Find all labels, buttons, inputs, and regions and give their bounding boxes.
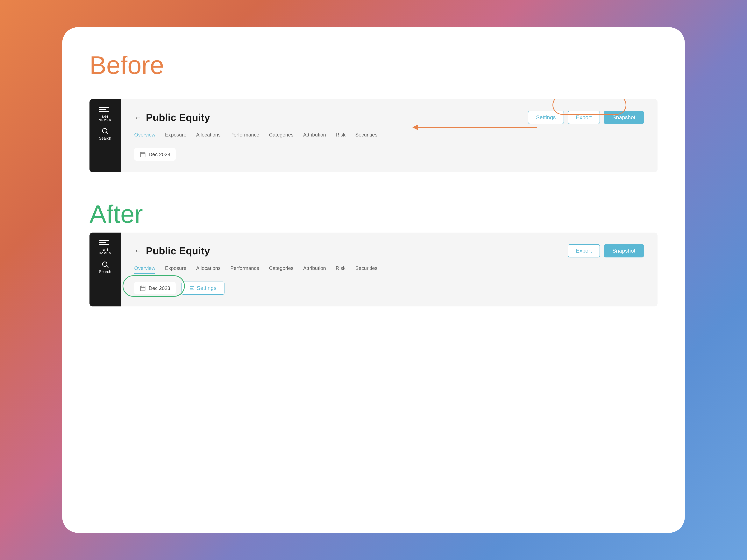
logo-line-a2 xyxy=(99,242,106,243)
tab-attribution-before[interactable]: Attribution xyxy=(303,132,326,140)
settings-button-after[interactable]: Settings xyxy=(181,282,225,295)
tab-securities-before[interactable]: Securities xyxy=(355,132,378,140)
tab-allocations-after[interactable]: Allocations xyxy=(196,265,221,274)
settings-line-3 xyxy=(190,290,194,290)
date-filter-after[interactable]: Dec 2023 xyxy=(134,282,176,294)
logo-novus-after: NOVUS xyxy=(99,252,111,255)
before-content: ← Public Equity Settings Export Snapshot… xyxy=(121,99,658,172)
tab-risk-after[interactable]: Risk xyxy=(336,265,346,274)
logo-line-1 xyxy=(99,107,109,108)
header-actions-before: Settings Export Snapshot xyxy=(528,111,644,124)
logo-novus: NOVUS xyxy=(99,118,111,121)
tab-attribution-after[interactable]: Attribution xyxy=(303,265,326,274)
after-content: ← Public Equity Export Snapshot Overview… xyxy=(121,233,658,306)
search-icon xyxy=(101,127,109,135)
tab-securities-after[interactable]: Securities xyxy=(355,265,378,274)
logo-line-a3 xyxy=(99,244,109,245)
logo-block: sei NOVUS xyxy=(99,105,111,121)
snapshot-button-before[interactable]: Snapshot xyxy=(604,111,644,124)
settings-button-before[interactable]: Settings xyxy=(528,111,564,124)
logo-sei-after: sei xyxy=(102,248,109,252)
logo-block-after: sei NOVUS xyxy=(99,238,111,255)
logo-text-after: sei NOVUS xyxy=(99,248,111,255)
settings-lines-icon xyxy=(190,287,194,290)
search-label-after: Search xyxy=(99,269,111,274)
before-page-header: ← Public Equity Settings Export Snapshot xyxy=(134,111,644,124)
svg-point-8 xyxy=(103,262,107,266)
page-title-after: Public Equity xyxy=(146,245,210,257)
sidebar-search[interactable]: Search xyxy=(99,127,111,140)
logo-line-2 xyxy=(99,109,106,110)
svg-point-2 xyxy=(103,129,107,133)
sidebar-before: sei NOVUS Search xyxy=(89,99,121,172)
svg-rect-4 xyxy=(140,152,145,157)
before-label: Before xyxy=(89,51,658,80)
nav-tabs-before: Overview Exposure Allocations Performanc… xyxy=(134,132,644,140)
logo-line-3 xyxy=(99,111,109,112)
title-group: ← Public Equity xyxy=(134,112,210,123)
settings-label-after: Settings xyxy=(197,285,216,291)
header-actions-after: Export Snapshot xyxy=(568,244,644,258)
date-filter-before[interactable]: Dec 2023 xyxy=(134,148,176,161)
calendar-icon-after xyxy=(140,285,146,291)
calendar-icon-before xyxy=(140,151,146,158)
sidebar-search-after[interactable]: Search xyxy=(99,261,111,274)
back-button-after[interactable]: ← xyxy=(134,247,141,255)
title-group-after: ← Public Equity xyxy=(134,245,210,257)
tab-overview-before[interactable]: Overview xyxy=(134,132,155,140)
snapshot-button-after[interactable]: Snapshot xyxy=(604,244,644,258)
tab-risk-before[interactable]: Risk xyxy=(336,132,346,140)
search-icon-after xyxy=(101,261,109,268)
main-card: Before sei NOVUS xyxy=(62,27,685,533)
logo-text: sei NOVUS xyxy=(99,114,111,121)
tab-categories-before[interactable]: Categories xyxy=(269,132,293,140)
settings-line-1 xyxy=(190,287,194,287)
after-label: After xyxy=(89,199,658,229)
logo-sei: sei xyxy=(102,114,109,118)
tab-overview-after[interactable]: Overview xyxy=(134,265,155,274)
svg-line-9 xyxy=(107,266,108,268)
date-text-after: Dec 2023 xyxy=(149,285,170,291)
sei-logo-icon xyxy=(99,105,111,113)
before-frame: sei NOVUS Search ← Public Equity xyxy=(89,99,658,172)
tab-categories-after[interactable]: Categories xyxy=(269,265,293,274)
svg-rect-10 xyxy=(140,286,145,291)
tab-exposure-after[interactable]: Exposure xyxy=(165,265,186,274)
export-button-before[interactable]: Export xyxy=(568,111,600,124)
logo-line-a1 xyxy=(99,240,109,241)
tab-performance-before[interactable]: Performance xyxy=(230,132,259,140)
nav-tabs-after: Overview Exposure Allocations Performanc… xyxy=(134,265,644,274)
tab-exposure-before[interactable]: Exposure xyxy=(165,132,186,140)
tab-performance-after[interactable]: Performance xyxy=(230,265,259,274)
export-button-after[interactable]: Export xyxy=(568,244,600,258)
tab-allocations-before[interactable]: Allocations xyxy=(196,132,221,140)
after-frame: sei NOVUS Search ← Public Equity xyxy=(89,233,658,306)
date-text-before: Dec 2023 xyxy=(149,152,170,158)
sidebar-after: sei NOVUS Search xyxy=(89,233,121,306)
back-button[interactable]: ← xyxy=(134,113,141,122)
sei-logo-icon-after xyxy=(99,238,111,247)
settings-line-2 xyxy=(190,288,193,289)
page-title: Public Equity xyxy=(146,112,210,123)
after-page-header: ← Public Equity Export Snapshot xyxy=(134,244,644,258)
search-label: Search xyxy=(99,136,111,140)
svg-line-3 xyxy=(107,133,108,134)
